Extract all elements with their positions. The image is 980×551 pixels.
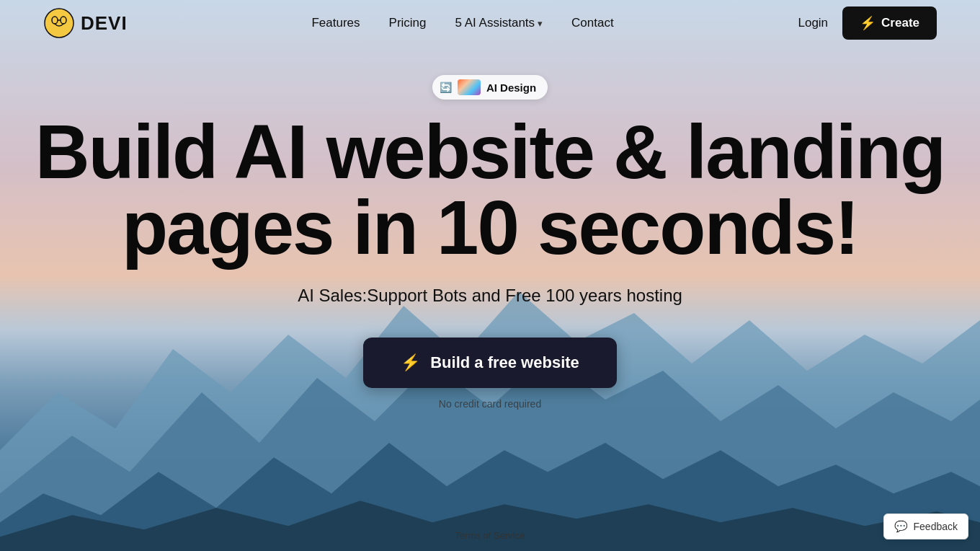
ai-badge: 🔄 AI Design xyxy=(432,75,548,100)
cta-build-button[interactable]: ⚡ Build a free website xyxy=(363,338,617,388)
feedback-label: Feedback xyxy=(914,521,958,532)
feedback-button[interactable]: 💬 Feedback xyxy=(883,513,968,539)
chevron-down-icon: ▾ xyxy=(538,18,543,29)
logo-icon xyxy=(43,7,75,39)
nav-item-contact[interactable]: Contact xyxy=(571,16,614,30)
logo-text: DEVI xyxy=(81,12,128,35)
nav-ai-assistants-link[interactable]: 5 AI Assistants xyxy=(455,16,535,30)
cta-bolt-icon: ⚡ xyxy=(401,353,420,372)
cta-button-label: Build a free website xyxy=(430,353,579,372)
hero-title: Build AI website & landing pages in 10 s… xyxy=(35,114,945,265)
login-button[interactable]: Login xyxy=(798,16,828,30)
create-button-label: Create xyxy=(881,16,919,30)
terms-of-service-link[interactable]: Terms of Service xyxy=(455,530,525,541)
no-credit-card-text: No credit card required xyxy=(439,398,541,410)
feedback-icon: 💬 xyxy=(894,520,908,533)
refresh-icon: 🔄 xyxy=(440,81,452,93)
footer: Terms of Service xyxy=(0,519,980,551)
nav-item-pricing[interactable]: Pricing xyxy=(389,16,427,30)
create-button[interactable]: ⚡ Create xyxy=(842,6,937,40)
ai-badge-text: AI Design xyxy=(486,81,536,94)
hero-title-line1: Build AI website & landing xyxy=(35,110,945,194)
ai-badge-icon xyxy=(458,79,481,95)
nav-pricing-link[interactable]: Pricing xyxy=(389,16,427,30)
logo[interactable]: DEVI xyxy=(43,7,128,39)
nav-actions: Login ⚡ Create xyxy=(798,6,937,40)
nav-contact-link[interactable]: Contact xyxy=(571,16,614,30)
nav-item-features[interactable]: Features xyxy=(311,16,360,30)
navbar: DEVI Features Pricing 5 AI Assistants ▾ … xyxy=(0,0,980,46)
nav-links: Features Pricing 5 AI Assistants ▾ Conta… xyxy=(311,16,613,30)
hero-section: 🔄 AI Design Build AI website & landing p… xyxy=(0,46,980,410)
nav-item-ai-assistants[interactable]: 5 AI Assistants ▾ xyxy=(455,16,543,30)
bolt-icon: ⚡ xyxy=(860,15,876,31)
svg-point-0 xyxy=(45,9,74,38)
hero-subtitle: AI Sales:Support Bots and Free 100 years… xyxy=(298,286,682,306)
nav-features-link[interactable]: Features xyxy=(311,16,360,30)
hero-title-line2: pages in 10 seconds! xyxy=(122,185,858,270)
